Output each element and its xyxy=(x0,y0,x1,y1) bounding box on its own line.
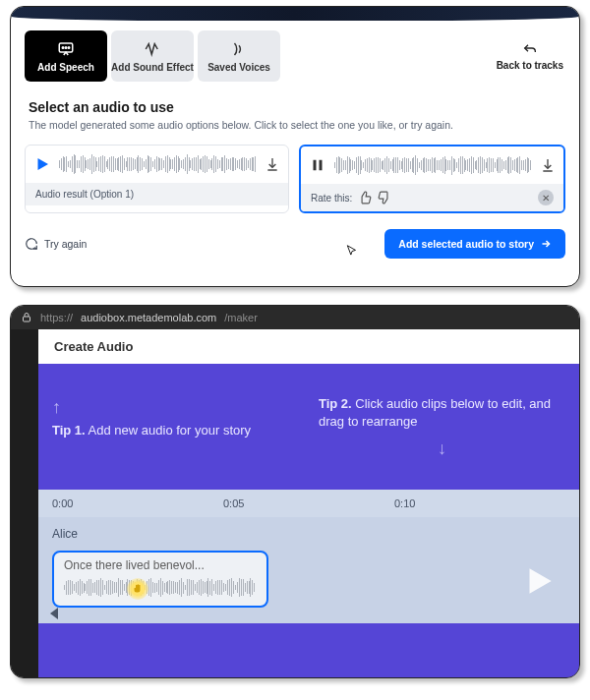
arrow-down-icon: ↓ xyxy=(319,437,565,461)
back-label: Back to tracks xyxy=(497,60,563,71)
voices-icon xyxy=(230,40,248,58)
editor-stage: Create Audio ↑ Tip 1. Add new audio for … xyxy=(38,329,579,677)
lock-icon xyxy=(21,312,32,323)
svg-rect-4 xyxy=(314,160,317,171)
option-label: Audio result (Option 1) xyxy=(35,189,134,200)
audio-options: Audio result (Option 1) Rate this: ✕ xyxy=(11,145,579,213)
tracks-area: Alice Once there lived benevol... xyxy=(38,517,579,623)
download-icon[interactable] xyxy=(265,156,280,172)
grab-hand-icon xyxy=(132,583,144,595)
back-to-tracks[interactable]: Back to tracks xyxy=(497,42,563,71)
stage-heading: Create Audio xyxy=(38,329,579,364)
pause-icon[interactable] xyxy=(309,156,326,174)
rate-label: Rate this: xyxy=(311,193,352,204)
tab-label: Add Speech xyxy=(37,62,94,73)
tab-add-sound-effect[interactable]: Add Sound Effect xyxy=(111,30,194,82)
tip-1: ↑ Tip 1. Add new audio for your story xyxy=(52,395,299,462)
waveform xyxy=(59,151,257,177)
play-icon[interactable] xyxy=(33,155,51,173)
option-footer: Rate this: ✕ xyxy=(301,184,563,211)
editor-stage-wrap: Create Audio ↑ Tip 1. Add new audio for … xyxy=(11,329,579,677)
speech-icon xyxy=(57,40,75,58)
dismiss-icon[interactable]: ✕ xyxy=(538,190,554,205)
arrow-right-icon xyxy=(540,238,552,250)
actions-row: Try again Add selected audio to story xyxy=(11,213,579,274)
tip2-prefix: Tip 2. xyxy=(319,396,352,411)
tip-2: Tip 2. Click audio clips below to edit, … xyxy=(319,395,565,462)
audio-clip[interactable]: Once there lived benevol... xyxy=(52,551,268,608)
drag-handle-highlight[interactable] xyxy=(127,578,148,600)
url-path: /maker xyxy=(224,312,258,323)
tip2-text: Click audio clips below to edit, and dra… xyxy=(319,396,551,429)
cursor-pointer-icon xyxy=(345,244,359,258)
button-label: Add selected audio to story xyxy=(398,238,534,250)
mode-tabs: Add Speech Add Sound Effect Saved Voices… xyxy=(11,21,579,82)
audio-option-2[interactable]: Rate this: ✕ xyxy=(299,145,565,213)
clip-label: Once there lived benevol... xyxy=(64,558,257,572)
tab-saved-voices[interactable]: Saved Voices xyxy=(198,30,280,82)
select-audio-panel: Add Speech Add Sound Effect Saved Voices… xyxy=(10,6,580,287)
svg-point-2 xyxy=(65,46,67,48)
download-icon[interactable] xyxy=(540,157,556,173)
tab-label: Saved Voices xyxy=(207,62,270,73)
svg-rect-5 xyxy=(320,160,323,171)
editor-panel: https://audiobox.metademolab.com/maker C… xyxy=(10,305,580,678)
waveform xyxy=(334,152,532,178)
scroll-left-arrow[interactable] xyxy=(50,608,58,619)
url-host: audiobox.metademolab.com xyxy=(81,312,216,323)
audio-option-1[interactable]: Audio result (Option 1) xyxy=(25,145,289,213)
tip1-prefix: Tip 1. xyxy=(52,423,86,438)
svg-point-1 xyxy=(62,46,64,48)
clip-waveform xyxy=(64,576,257,600)
track-name: Alice xyxy=(38,517,579,547)
thumbs-up-icon[interactable] xyxy=(358,191,372,204)
tab-add-speech[interactable]: Add Speech xyxy=(25,30,107,82)
undo-icon xyxy=(521,42,539,58)
tip1-text: Add new audio for your story xyxy=(86,423,251,438)
section-subtitle: The model generated some audio options b… xyxy=(29,119,561,131)
refresh-icon xyxy=(25,237,38,251)
section-title: Select an audio to use xyxy=(29,99,561,115)
address-bar: https://audiobox.metademolab.com/maker xyxy=(11,306,579,329)
timeline-ruler: 0:00 0:05 0:10 xyxy=(38,490,579,517)
try-again-label: Try again xyxy=(44,238,87,250)
svg-point-3 xyxy=(68,46,70,48)
time-mark: 0:05 xyxy=(223,497,394,509)
thumbs-down-icon[interactable] xyxy=(378,191,391,204)
header-strip xyxy=(11,7,579,21)
tab-label: Add Sound Effect xyxy=(111,62,194,73)
url-scheme: https:// xyxy=(40,312,73,323)
play-all-icon[interactable] xyxy=(520,562,558,600)
tips-row: ↑ Tip 1. Add new audio for your story Ti… xyxy=(38,364,579,490)
time-mark: 0:10 xyxy=(394,497,565,509)
time-mark: 0:00 xyxy=(52,497,223,509)
add-selected-button[interactable]: Add selected audio to story xyxy=(384,229,565,259)
option-footer: Audio result (Option 1) xyxy=(26,183,288,205)
try-again[interactable]: Try again xyxy=(25,237,87,251)
soundwave-icon xyxy=(144,40,161,58)
arrow-up-icon: ↑ xyxy=(52,395,299,420)
svg-rect-6 xyxy=(24,317,30,321)
